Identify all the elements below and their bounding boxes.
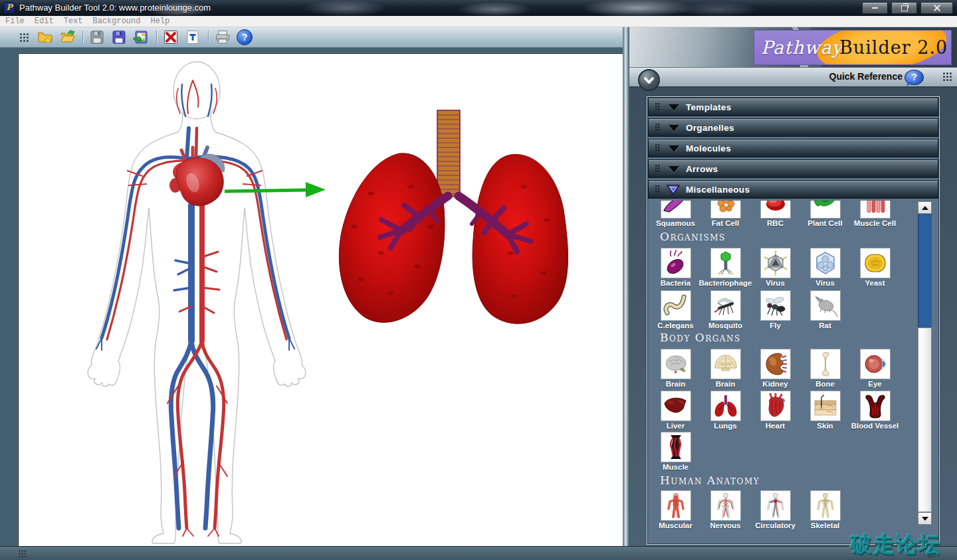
palette-item-nervous[interactable] <box>710 490 741 521</box>
quick-reference-help-button[interactable]: ? <box>904 70 924 85</box>
accordion-label: Organelles <box>686 123 734 133</box>
green-arrow-object[interactable] <box>225 182 326 197</box>
palette-item-fly[interactable] <box>760 290 791 321</box>
palette-item-fat-cell[interactable] <box>710 201 741 219</box>
accordion-header-templates[interactable]: Templates <box>648 98 938 116</box>
palette-item-kidney[interactable] <box>760 349 791 379</box>
palette-item-skin[interactable] <box>810 391 841 421</box>
palette-cell: Virus <box>800 248 850 287</box>
menu-edit[interactable]: Edit <box>35 17 54 26</box>
palette-item-circulatory[interactable] <box>760 490 791 521</box>
palette-item-bone[interactable] <box>810 349 841 379</box>
accordion-header-organelles[interactable]: Organelles <box>648 118 938 137</box>
save-button[interactable] <box>88 29 106 46</box>
heart-icon <box>762 393 789 419</box>
palette-cell: Bacteriophage <box>700 248 750 287</box>
library-panel: Templates Organelles Molecules Arrows <box>648 98 938 543</box>
accordion-label: Molecules <box>686 143 731 153</box>
menu-background[interactable]: Background <box>92 17 140 26</box>
insert-text-button[interactable] <box>184 29 201 46</box>
menu-file[interactable]: File <box>5 17 25 26</box>
palette-item-rbc[interactable] <box>760 201 791 219</box>
new-pathway-button[interactable] <box>37 29 54 46</box>
palette-item-skeletal[interactable] <box>810 490 841 521</box>
palette-item-label: Virus <box>815 279 835 287</box>
scroll-up-button[interactable] <box>918 201 932 214</box>
toolbar-drag-handle-icon[interactable] <box>20 33 22 35</box>
triangle-down-icon <box>669 145 679 152</box>
canvas-drawing <box>19 54 623 547</box>
save-as-button[interactable] <box>110 29 128 46</box>
close-button[interactable] <box>920 2 953 14</box>
palette-item-virus-round[interactable] <box>810 248 841 278</box>
palette-item-label: Blood Vessel <box>851 422 899 430</box>
palette-item-virus-icosahedral[interactable] <box>760 248 791 278</box>
section-header-organisms: Organisms <box>660 230 726 243</box>
palette-item-celegans[interactable] <box>661 290 691 321</box>
palette-item-rat[interactable] <box>810 290 841 321</box>
palette-item-muscular[interactable] <box>661 490 691 521</box>
open-pathway-button[interactable] <box>58 29 76 46</box>
accordion-header-molecules[interactable]: Molecules <box>648 139 938 157</box>
brand-band: Pathway Builder 2.0 <box>629 27 957 67</box>
accordion-header-miscellaneous[interactable]: Miscellaneous <box>648 180 938 199</box>
palette-item-label: Rat <box>819 322 831 329</box>
printer-icon <box>215 29 231 45</box>
palette-item-squamous[interactable] <box>661 201 691 219</box>
palette-item-bacteria[interactable] <box>661 248 691 278</box>
palette-item-brain-gray[interactable] <box>661 349 691 379</box>
palette-item-heart[interactable] <box>760 391 791 421</box>
menu-help[interactable]: Help <box>150 17 169 26</box>
palette-item-brain-section[interactable] <box>710 349 741 379</box>
restore-button[interactable] <box>891 2 917 14</box>
palette-item-bacteriophage[interactable] <box>710 248 741 278</box>
palette-item-yeast[interactable] <box>860 248 891 278</box>
palette-cell: Circulatory <box>750 490 800 529</box>
palette-item-mosquito[interactable] <box>710 290 741 321</box>
window-title: Pathway Builder Tool 2.0: www.proteinlou… <box>19 0 211 16</box>
save-floppy-gray-icon <box>89 29 105 45</box>
palette-cell: Fly <box>750 290 800 329</box>
palette-item-blood-vessel[interactable] <box>860 391 891 421</box>
palette-item-label: Mosquito <box>708 322 742 329</box>
triangle-down-icon <box>669 125 679 132</box>
accordion-header-arrows[interactable]: Arrows <box>648 159 938 178</box>
minimize-button[interactable] <box>862 2 888 14</box>
palette-item-label: C.elegans <box>657 322 693 329</box>
quick-reference-label: Quick Reference <box>829 71 903 82</box>
palette-item-muscle-cell[interactable] <box>860 201 891 219</box>
menu-text[interactable]: Text <box>64 17 83 26</box>
help-button[interactable]: ? <box>236 29 253 46</box>
title-bar: P Pathway Builder Tool 2.0: www.proteinl… <box>0 0 957 16</box>
rat-icon <box>812 292 839 319</box>
delete-x-icon <box>163 29 179 45</box>
palette-item-plant-cell[interactable] <box>810 201 841 219</box>
close-icon <box>934 5 940 11</box>
collapse-sidebar-button[interactable] <box>638 69 660 91</box>
palette-cell: Skin <box>800 391 850 430</box>
palette-cell: Muscle <box>651 432 700 471</box>
pane-splitter[interactable] <box>623 27 629 546</box>
palette-item-muscle[interactable] <box>661 432 691 462</box>
export-image-button[interactable] <box>132 29 150 46</box>
scrollbar-thumb[interactable] <box>918 327 932 512</box>
scrollbar-track[interactable] <box>918 214 932 512</box>
fly-icon <box>762 292 789 319</box>
lungs-object[interactable] <box>339 110 568 324</box>
pathway-canvas[interactable] <box>18 53 623 547</box>
palette-cell: RBC <box>750 201 800 227</box>
minimize-icon <box>872 7 878 9</box>
scroll-down-button[interactable] <box>918 512 932 525</box>
muscle-icon <box>663 434 689 460</box>
palette-item-label: Muscular <box>659 521 692 529</box>
palette-item-lungs[interactable] <box>710 391 741 421</box>
human-circulatory-object[interactable] <box>88 62 305 543</box>
palette-item-eye[interactable] <box>860 349 891 379</box>
palette-item-liver[interactable] <box>661 391 691 421</box>
print-button[interactable] <box>214 29 231 46</box>
palette-item-label: Yeast <box>865 279 885 287</box>
statusbar-grip-left-icon[interactable] <box>19 550 21 552</box>
quick-reference-grip-icon[interactable] <box>943 72 945 74</box>
delete-object-button[interactable] <box>162 29 179 46</box>
bacteriophage-icon <box>712 250 739 276</box>
